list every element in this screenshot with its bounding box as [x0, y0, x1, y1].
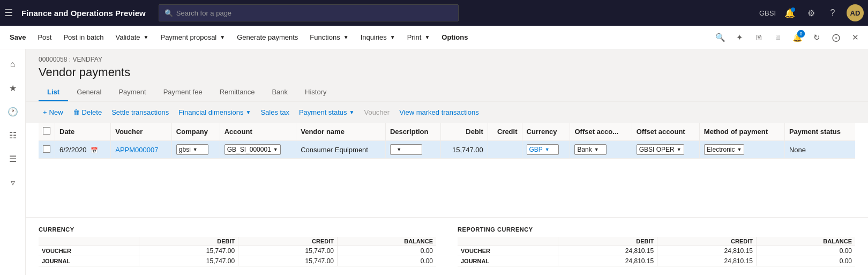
search-input[interactable] — [176, 9, 453, 17]
cell-currency: GBP▼ — [522, 141, 570, 159]
currency-summary-row: VOUCHER 15,747.00 15,747.00 0.00 — [39, 246, 436, 256]
col-summary-debit: DEBIT — [139, 237, 238, 246]
open-in-new-button[interactable]: 🗎 — [750, 29, 767, 46]
payment-status-button[interactable]: Payment status ▼ — [295, 106, 359, 118]
page-header: 00000058 : VENDPAY Vendor payments — [26, 49, 868, 84]
sidebar-workspaces-icon[interactable]: ☷ — [2, 124, 24, 146]
sidebar-modules-icon[interactable]: ☰ — [2, 148, 24, 169]
currency-summary-title: CURRENCY — [39, 226, 436, 233]
offset-acct-select[interactable]: Bank▼ — [574, 144, 607, 155]
cell-description: ▼ — [385, 141, 440, 159]
summary-label: VOUCHER — [39, 246, 139, 256]
notification-icon[interactable]: 🔔 — [782, 5, 797, 20]
help-icon[interactable]: ? — [825, 5, 840, 20]
cell-account: GB_SI_000001▼ — [220, 141, 296, 159]
tab-list[interactable]: List — [39, 84, 68, 101]
post-in-batch-button[interactable]: Post in batch — [58, 30, 109, 44]
functions-button[interactable]: Functions ▼ — [304, 30, 354, 44]
offset-account-select[interactable]: GBSI OPER▼ — [637, 144, 684, 155]
col-voucher: Voucher — [111, 123, 172, 141]
search-bar[interactable]: 🔍 — [159, 4, 459, 21]
calendar-icon[interactable]: 📅 — [91, 147, 98, 153]
voucher-button: Voucher — [360, 106, 394, 118]
refresh-button[interactable]: ↻ — [808, 29, 825, 46]
description-select[interactable]: ▼ — [390, 144, 422, 155]
col-debit: Debit — [441, 123, 488, 141]
cell-method-of-payment: Electronic▼ — [699, 141, 784, 159]
hamburger-icon[interactable]: ☰ — [4, 7, 13, 19]
save-button[interactable]: Save — [4, 30, 31, 44]
col-summary-label — [39, 237, 139, 246]
settle-transactions-button[interactable]: Settle transactions — [107, 106, 173, 118]
validate-button[interactable]: Validate ▼ — [110, 30, 154, 44]
delete-icon: 🗑 — [73, 108, 80, 116]
summary-credit: 15,747.00 — [238, 246, 338, 256]
sales-tax-button[interactable]: Sales tax — [256, 106, 293, 118]
company-select[interactable]: gbsi▼ — [176, 144, 208, 155]
avatar[interactable]: AD — [847, 4, 864, 21]
row-checkbox[interactable] — [43, 145, 50, 153]
options-button[interactable]: Options — [436, 30, 473, 44]
personalize-button[interactable]: ✦ — [731, 29, 748, 46]
cell-voucher: APPM000007 — [111, 141, 172, 159]
tab-remittance[interactable]: Remittance — [211, 84, 264, 101]
delete-label: Delete — [82, 108, 102, 116]
financial-dimensions-button[interactable]: Financial dimensions ▼ — [174, 106, 255, 118]
cell-date: 6/2/2020 📅 — [55, 141, 111, 159]
app-title: Finance and Operations Preview — [21, 9, 146, 18]
tab-bank[interactable]: Bank — [263, 84, 296, 101]
functions-chevron: ▼ — [343, 34, 349, 40]
new-button[interactable]: + New — [39, 106, 68, 118]
col-method-of-payment: Method of payment — [699, 123, 784, 141]
select-all-checkbox[interactable] — [43, 127, 50, 135]
split-view-button[interactable]: ◽ — [769, 29, 787, 46]
payment-proposal-button[interactable]: Payment proposal ▼ — [155, 30, 230, 44]
settings-icon[interactable]: ⚙ — [804, 5, 819, 20]
col-rep-balance: BALANCE — [756, 237, 855, 246]
main-content: 00000058 : VENDPAY Vendor payments List … — [26, 49, 868, 275]
reporting-currency-title: REPORTING CURRENCY — [458, 226, 855, 233]
print-button[interactable]: Print ▼ — [402, 30, 436, 44]
tab-bar: List General Payment Payment fee Remitta… — [26, 84, 868, 102]
tab-payment-fee[interactable]: Payment fee — [155, 84, 211, 101]
sidebar-favorites-icon[interactable]: ★ — [2, 77, 24, 99]
notification-count-button[interactable]: 0 🔔 — [789, 29, 806, 46]
delete-button[interactable]: 🗑 Delete — [69, 106, 107, 118]
summary-balance: 0.00 — [337, 246, 436, 256]
account-select[interactable]: GB_SI_000001▼ — [225, 144, 281, 155]
sidebar-filter-icon[interactable]: ▿ — [2, 172, 24, 193]
tab-history[interactable]: History — [296, 84, 335, 101]
col-description: Description — [385, 123, 440, 141]
currency-select[interactable]: GBP▼ — [527, 144, 559, 155]
reporting-currency-table: DEBIT CREDIT BALANCE VOUCHER 24,810.15 2… — [458, 237, 855, 266]
reporting-debit: 24,810.15 — [558, 246, 657, 256]
cell-offset-account: GBSI OPER▼ — [632, 141, 699, 159]
sidebar-recent-icon[interactable]: 🕐 — [2, 101, 24, 122]
method-of-payment-select[interactable]: Electronic▼ — [704, 144, 745, 155]
sidebar: ⌂ ★ 🕐 ☷ ☰ ▿ — [0, 49, 26, 275]
financial-dimensions-chevron: ▼ — [246, 109, 251, 115]
col-offset-account: Offset account — [632, 123, 699, 141]
sidebar-home-icon[interactable]: ⌂ — [2, 54, 24, 75]
maximize-button[interactable]: ⨀ — [827, 29, 844, 46]
inquiries-label: Inquiries — [361, 33, 387, 41]
close-button[interactable]: ✕ — [847, 29, 864, 46]
reporting-balance: 0.00 — [756, 246, 855, 256]
inquiries-button[interactable]: Inquiries ▼ — [355, 30, 401, 44]
page-title: Vendor payments — [39, 65, 855, 79]
table-row[interactable]: 6/2/2020 📅 APPM000007 gbsi▼ GB_SI_000001… — [39, 141, 855, 159]
new-label: New — [49, 108, 63, 116]
tab-payment[interactable]: Payment — [110, 84, 154, 101]
tab-general[interactable]: General — [68, 84, 110, 101]
top-nav-right: GBSI 🔔 ⚙ ? AD — [759, 4, 864, 21]
search-toggle-button[interactable]: 🔍 — [712, 29, 729, 46]
post-button[interactable]: Post — [32, 30, 57, 44]
command-bar-right-icons: 🔍 ✦ 🗎 ◽ 0 🔔 ↻ ⨀ ✕ — [712, 29, 864, 46]
view-marked-transactions-button[interactable]: View marked transactions — [395, 106, 483, 118]
reporting-balance: 0.00 — [756, 256, 855, 266]
col-rep-debit: DEBIT — [558, 237, 657, 246]
cell-offset-acct: Bank▼ — [570, 141, 632, 159]
col-check — [39, 123, 55, 141]
generate-payments-button[interactable]: Generate payments — [231, 30, 303, 44]
data-table-wrapper: Date Voucher Company Account Vendor name… — [26, 123, 868, 217]
